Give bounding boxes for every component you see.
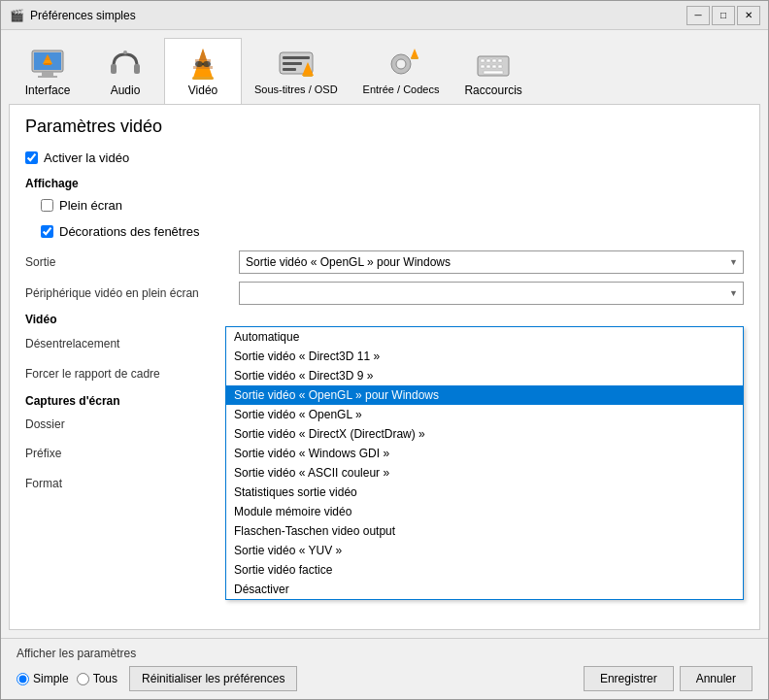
dropdown-item-6[interactable]: Sortie vidéo « Windows GDI »: [226, 444, 743, 463]
sortie-label: Sortie: [25, 255, 239, 269]
peripherique-label: Périphérique vidéo en plein écran: [25, 286, 239, 300]
bottom-bar-row: Simple Tous Réinitialiser les préférence…: [17, 666, 752, 691]
svg-rect-19: [283, 56, 310, 59]
svg-rect-35: [492, 65, 496, 68]
tab-subtitles[interactable]: Sous-titres / OSD: [242, 38, 351, 104]
sortie-select-wrapper: Sortie vidéo « OpenGL » pour Windows: [239, 250, 744, 274]
svg-point-25: [396, 59, 406, 69]
content-area: Paramètres vidéo Activer la vidéo Affich…: [9, 104, 760, 630]
app-icon: 🎬: [9, 8, 24, 23]
svg-point-15: [195, 61, 203, 67]
dropdown-item-13[interactable]: Désactiver: [226, 580, 743, 599]
enable-video-checkbox[interactable]: [25, 151, 38, 164]
simple-label: Simple: [33, 672, 69, 685]
enable-video-label: Activer la vidéo: [44, 150, 129, 165]
decorations-label: Décorations des fenêtres: [59, 224, 200, 239]
input-icon: [382, 45, 420, 83]
svg-marker-26: [411, 49, 418, 58]
bottom-bar: Afficher les paramètres Simple Tous Réin…: [1, 638, 768, 699]
dropdown-item-1[interactable]: Sortie vidéo « Direct3D 11 »: [226, 347, 743, 366]
dropdown-item-12[interactable]: Sortie vidéo factice: [226, 560, 743, 580]
tab-audio[interactable]: Audio: [86, 38, 164, 104]
peripherique-select-wrapper: [239, 282, 744, 305]
fullscreen-label: Plein écran: [59, 198, 122, 213]
dropdown-item-9[interactable]: Module mémoire vidéo: [226, 502, 743, 521]
svg-rect-29: [481, 59, 485, 62]
sortie-select[interactable]: Sortie vidéo « OpenGL » pour Windows: [239, 250, 744, 274]
dropdown-item-4[interactable]: Sortie vidéo « OpenGL »: [226, 405, 743, 424]
dropdown-item-5[interactable]: Sortie vidéo « DirectX (DirectDraw) »: [226, 424, 743, 444]
svg-rect-3: [38, 76, 57, 78]
tous-radio-row: Tous: [77, 672, 117, 685]
window-title: Préférences simples: [30, 9, 686, 22]
svg-rect-32: [498, 59, 502, 62]
tous-label: Tous: [93, 672, 117, 685]
rapport-label: Forcer le rapport de cadre: [25, 367, 239, 381]
save-button[interactable]: Enregistrer: [584, 666, 674, 691]
svg-rect-21: [283, 68, 296, 71]
tab-interface-label: Interface: [25, 83, 71, 97]
close-button[interactable]: ✕: [737, 6, 760, 25]
cancel-button[interactable]: Annuler: [680, 666, 752, 691]
minimize-button[interactable]: ─: [686, 6, 710, 25]
reset-button[interactable]: Réinitialiser les préférences: [129, 666, 297, 691]
svg-rect-36: [498, 65, 502, 68]
tab-shortcuts[interactable]: Raccourcis: [451, 38, 534, 104]
simple-radio[interactable]: [17, 673, 29, 685]
tab-input[interactable]: Entrée / Codecs: [351, 38, 452, 104]
video-section-label: Vidéo: [25, 313, 744, 326]
affichage-section-label: Affichage: [25, 177, 744, 190]
dropdown-item-8[interactable]: Statistiques sortie vidéo: [226, 483, 743, 502]
dropdown-item-0[interactable]: Automatique: [226, 327, 743, 347]
nav-tabs: Interface Audio: [1, 30, 768, 104]
svg-rect-14: [192, 77, 214, 80]
tab-video[interactable]: Vidéo: [164, 38, 242, 105]
svg-rect-17: [202, 63, 204, 65]
sortie-row: Sortie Sortie vidéo « OpenGL » pour Wind…: [25, 250, 744, 274]
decorations-row: Décorations des fenêtres: [41, 224, 744, 239]
affichage-subsection: Plein écran Décorations des fenêtres: [41, 198, 744, 239]
tab-shortcuts-label: Raccourcis: [464, 83, 521, 97]
main-window: 🎬 Préférences simples ─ □ ✕: [0, 0, 769, 700]
tab-video-label: Vidéo: [188, 83, 217, 97]
tab-audio-label: Audio: [111, 83, 141, 97]
dropdown-item-10[interactable]: Flaschen-Taschen video output: [226, 521, 743, 541]
bottom-left: Simple Tous Réinitialiser les préférence…: [17, 666, 297, 691]
svg-point-16: [203, 61, 211, 67]
peripherique-select[interactable]: [239, 282, 744, 305]
svg-rect-34: [486, 65, 490, 68]
decorations-checkbox[interactable]: [41, 225, 53, 238]
svg-rect-7: [111, 64, 117, 74]
enable-video-row: Activer la vidéo: [25, 150, 744, 165]
subtitles-icon: [277, 45, 316, 83]
action-buttons: Enregistrer Annuler: [584, 666, 752, 691]
svg-rect-23: [303, 75, 313, 77]
simple-radio-row: Simple: [17, 672, 69, 685]
tab-interface[interactable]: Interface: [9, 38, 86, 104]
video-icon: [184, 45, 222, 83]
svg-rect-30: [486, 59, 490, 62]
maximize-button[interactable]: □: [712, 6, 735, 25]
svg-rect-2: [42, 72, 53, 76]
svg-rect-8: [134, 64, 140, 74]
dropdown-item-3[interactable]: Sortie vidéo « OpenGL » pour Windows: [226, 385, 743, 405]
titlebar: 🎬 Préférences simples ─ □ ✕: [1, 1, 768, 30]
tous-radio[interactable]: [77, 673, 89, 685]
afficher-label: Afficher les paramètres: [17, 647, 752, 660]
desentrelacement-label: Désentrelacement: [25, 337, 239, 350]
titlebar-buttons: ─ □ ✕: [686, 6, 760, 25]
dropdown-item-7[interactable]: Sortie vidéo « ASCII couleur »: [226, 463, 743, 483]
dropdown-item-11[interactable]: Sortie vidéo « YUV »: [226, 541, 743, 560]
dropdown-item-2[interactable]: Sortie vidéo « Direct3D 9 »: [226, 366, 743, 385]
svg-marker-11: [199, 49, 207, 60]
prefixe-label: Préfixe: [25, 447, 239, 460]
tab-subtitles-label: Sous-titres / OSD: [254, 83, 338, 95]
shortcuts-icon: [474, 45, 513, 83]
fullscreen-row: Plein écran: [41, 198, 744, 213]
page-title: Paramètres vidéo: [25, 117, 744, 137]
radio-group: Simple Tous: [17, 672, 117, 685]
fullscreen-checkbox[interactable]: [41, 199, 53, 212]
dropdown-overlay: Automatique Sortie vidéo « Direct3D 11 »…: [225, 326, 744, 600]
svg-point-9: [123, 50, 127, 54]
svg-rect-6: [44, 63, 51, 65]
